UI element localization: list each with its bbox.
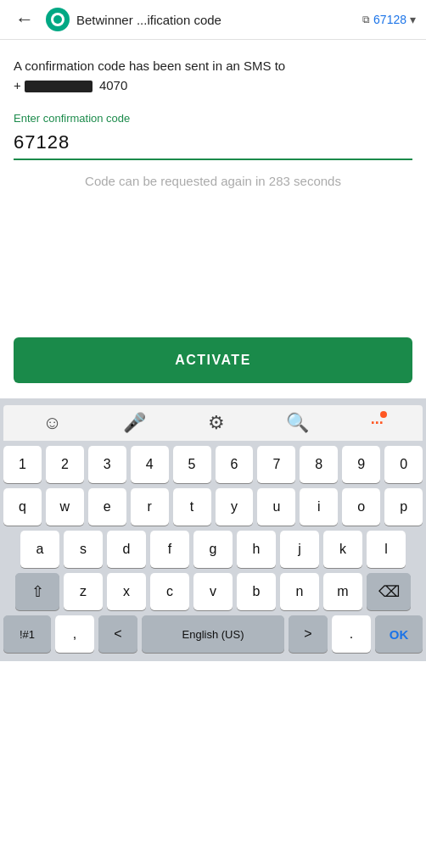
key-e[interactable]: e	[88, 488, 126, 526]
key-h[interactable]: h	[237, 531, 276, 568]
confirmation-code-input[interactable]	[14, 128, 412, 160]
key-3[interactable]: 3	[88, 446, 126, 483]
nav-title: Betwinner ...ification code	[76, 13, 356, 27]
key-t[interactable]: t	[173, 488, 211, 526]
input-label: Enter confirmation code	[14, 112, 412, 125]
key-l[interactable]: l	[367, 531, 406, 568]
keyboard: ☺ 🎤 ⚙ 🔍 ··· 1 2 3 4 5 6 7 8 9 0 q w e r …	[0, 398, 426, 661]
key-k[interactable]: k	[323, 531, 362, 568]
back-button[interactable]: ←	[10, 7, 39, 32]
activate-button[interactable]: ACTIVATE	[14, 337, 412, 383]
main-content: A confirmation code has been sent in an …	[0, 40, 426, 202]
app-name: Betwinner	[76, 13, 133, 27]
key-r[interactable]: r	[131, 488, 169, 526]
language-key[interactable]: English (US)	[142, 615, 284, 653]
key-j[interactable]: j	[280, 531, 319, 568]
key-m[interactable]: m	[323, 573, 362, 610]
key-w[interactable]: w	[46, 488, 84, 526]
key-s[interactable]: s	[64, 531, 103, 568]
key-g[interactable]: g	[193, 531, 233, 568]
key-f[interactable]: f	[150, 531, 189, 568]
symbols-key[interactable]: !#1	[3, 615, 51, 653]
key-v[interactable]: v	[193, 573, 233, 610]
zxcv-row: ⇧ z x c v b n m ⌫	[3, 573, 423, 610]
app-icon-inner	[51, 13, 64, 26]
sms-notice-text: A confirmation code has been sent in an …	[14, 58, 285, 73]
top-bar: ← Betwinner ...ification code ⧉ 67128 ▾	[0, 0, 426, 40]
mic-icon[interactable]: 🎤	[123, 412, 146, 434]
key-y[interactable]: y	[216, 488, 254, 526]
right-arrow-key[interactable]: >	[289, 615, 328, 653]
key-o[interactable]: o	[342, 488, 380, 526]
key-q[interactable]: q	[3, 488, 42, 526]
key-9[interactable]: 9	[342, 446, 380, 483]
qwerty-row: q w e r t y u i o p	[3, 488, 423, 526]
key-1[interactable]: 1	[3, 446, 42, 483]
settings-icon[interactable]: ⚙	[208, 412, 225, 434]
key-z[interactable]: z	[64, 573, 103, 610]
app-icon	[46, 8, 70, 31]
key-p[interactable]: p	[384, 488, 423, 526]
number-row: 1 2 3 4 5 6 7 8 9 0	[3, 446, 423, 483]
key-u[interactable]: u	[257, 488, 295, 526]
key-i[interactable]: i	[300, 488, 338, 526]
more-options-icon[interactable]: ···	[371, 415, 384, 432]
bottom-row: !#1 , < English (US) > . OK	[3, 615, 423, 653]
chevron-down-icon: ▾	[410, 13, 416, 26]
key-a[interactable]: a	[20, 531, 59, 568]
asdf-row: a s d f g h j k l	[3, 531, 423, 568]
key-0[interactable]: 0	[384, 446, 423, 483]
key-b[interactable]: b	[237, 573, 276, 610]
search-icon[interactable]: 🔍	[286, 412, 309, 434]
key-c[interactable]: c	[150, 573, 189, 610]
nav-code-badge[interactable]: ⧉ 67128 ▾	[362, 13, 416, 26]
key-x[interactable]: x	[107, 573, 146, 610]
sms-notice: A confirmation code has been sent in an …	[14, 57, 412, 95]
key-8[interactable]: 8	[300, 446, 338, 483]
nav-subtitle: ...ification code	[137, 13, 221, 27]
key-5[interactable]: 5	[173, 446, 211, 483]
emoji-icon[interactable]: ☺	[42, 412, 61, 434]
key-n[interactable]: n	[280, 573, 319, 610]
phone-redacted	[25, 81, 92, 92]
key-4[interactable]: 4	[131, 446, 169, 483]
left-arrow-key[interactable]: <	[98, 615, 137, 653]
comma-key[interactable]: ,	[55, 615, 94, 653]
ok-key[interactable]: OK	[375, 615, 423, 653]
period-key[interactable]: .	[332, 615, 371, 653]
key-d[interactable]: d	[107, 531, 146, 568]
key-6[interactable]: 6	[216, 446, 254, 483]
keyboard-toolbar: ☺ 🎤 ⚙ 🔍 ···	[3, 405, 423, 441]
key-7[interactable]: 7	[257, 446, 295, 483]
resend-info: Code can be requested again in 283 secon…	[14, 174, 412, 188]
nav-code-value: 67128	[373, 13, 406, 26]
shift-key[interactable]: ⇧	[15, 573, 59, 610]
copy-icon: ⧉	[362, 14, 370, 25]
backspace-key[interactable]: ⌫	[367, 573, 411, 610]
phone-suffix: 4070	[99, 78, 127, 92]
key-2[interactable]: 2	[46, 446, 84, 483]
activate-section: ACTIVATE	[0, 337, 426, 383]
confirmation-input-group: Enter confirmation code	[14, 112, 412, 160]
